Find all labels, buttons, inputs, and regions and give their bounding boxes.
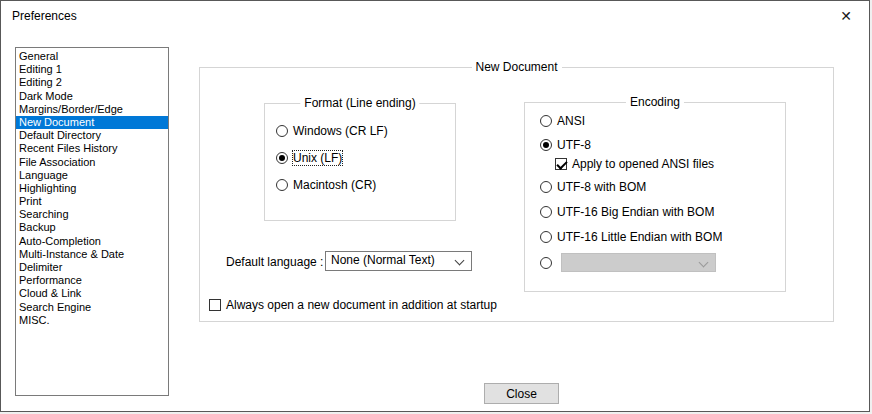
close-window-button[interactable]: ✕ — [823, 1, 869, 31]
radio-utf8-bom[interactable]: UTF-8 with BOM — [540, 180, 646, 194]
radio-utf8[interactable]: UTF-8 — [540, 138, 591, 152]
chevron-down-icon — [455, 256, 465, 266]
radio-icon[interactable] — [540, 115, 552, 127]
sidebar-item-default-directory[interactable]: Default Directory — [16, 129, 168, 142]
close-button[interactable]: Close — [484, 383, 559, 404]
radio-icon[interactable] — [540, 206, 552, 218]
close-icon: ✕ — [840, 9, 852, 23]
checkbox-icon[interactable] — [209, 299, 221, 311]
sidebar-item-margins-border-edge[interactable]: Margins/Border/Edge — [16, 103, 168, 116]
sidebar-item-delimiter[interactable]: Delimiter — [16, 261, 168, 274]
radio-unix-lf[interactable]: Unix (LF) — [276, 151, 342, 165]
preferences-dialog: Preferences ✕ GeneralEditing 1Editing 2D… — [0, 0, 870, 412]
radio-ansi-label: ANSI — [557, 114, 585, 128]
checkbox-icon[interactable] — [555, 158, 567, 170]
radio-icon[interactable] — [276, 125, 288, 137]
checkbox-always-open-new-document-label: Always open a new document in addition a… — [226, 298, 497, 312]
radio-macintosh-cr-label: Macintosh (CR) — [293, 178, 376, 192]
radio-custom-encoding[interactable] — [540, 253, 716, 272]
dialog-title: Preferences — [12, 9, 77, 23]
sidebar-item-performance[interactable]: Performance — [16, 274, 168, 287]
preferences-category-list: GeneralEditing 1Editing 2Dark ModeMargin… — [15, 47, 169, 396]
encoding-group: Encoding ANSI UTF-8 Apply to opened ANSI… — [524, 102, 786, 292]
sidebar-item-auto-completion[interactable]: Auto-Completion — [16, 235, 168, 248]
radio-icon[interactable] — [276, 152, 288, 164]
sidebar-item-new-document[interactable]: New Document — [16, 116, 168, 129]
sidebar-item-recent-files-history[interactable]: Recent Files History — [16, 142, 168, 155]
custom-encoding-combobox — [561, 253, 716, 272]
checkbox-apply-opened-ansi[interactable]: Apply to opened ANSI files — [555, 157, 714, 171]
radio-icon[interactable] — [276, 179, 288, 191]
default-language-label: Default language : — [226, 255, 323, 269]
chevron-down-icon — [699, 258, 709, 268]
sidebar-item-general[interactable]: General — [16, 50, 168, 63]
radio-macintosh-cr[interactable]: Macintosh (CR) — [276, 178, 376, 192]
default-language-combobox[interactable]: None (Normal Text) — [325, 251, 472, 271]
sidebar-item-search-engine[interactable]: Search Engine — [16, 301, 168, 314]
radio-icon[interactable] — [540, 181, 552, 193]
sidebar-item-editing-2[interactable]: Editing 2 — [16, 76, 168, 89]
radio-icon[interactable] — [540, 139, 552, 151]
sidebar-item-misc[interactable]: MISC. — [16, 314, 168, 327]
sidebar-item-multi-instance-date[interactable]: Multi-Instance & Date — [16, 248, 168, 261]
format-group-title: Format (Line ending) — [300, 96, 419, 110]
sidebar-item-cloud-link[interactable]: Cloud & Link — [16, 287, 168, 300]
sidebar-item-file-association[interactable]: File Association — [16, 156, 168, 169]
radio-utf16-be-bom[interactable]: UTF-16 Big Endian with BOM — [540, 205, 714, 219]
radio-utf8-bom-label: UTF-8 with BOM — [557, 180, 646, 194]
new-document-group-title: New Document — [471, 60, 561, 74]
radio-windows-crlf[interactable]: Windows (CR LF) — [276, 124, 388, 138]
default-language-combobox-value: None (Normal Text) — [331, 253, 435, 267]
radio-icon[interactable] — [540, 231, 552, 243]
sidebar-item-dark-mode[interactable]: Dark Mode — [16, 90, 168, 103]
radio-unix-lf-label: Unix (LF) — [293, 151, 342, 165]
radio-windows-crlf-label: Windows (CR LF) — [293, 124, 388, 138]
radio-utf16-le-bom[interactable]: UTF-16 Little Endian with BOM — [540, 230, 722, 244]
sidebar-item-language[interactable]: Language — [16, 169, 168, 182]
radio-icon[interactable] — [540, 257, 552, 269]
radio-ansi[interactable]: ANSI — [540, 114, 585, 128]
radio-utf16-le-bom-label: UTF-16 Little Endian with BOM — [557, 230, 722, 244]
title-bar: Preferences ✕ — [1, 1, 869, 31]
sidebar-item-highlighting[interactable]: Highlighting — [16, 182, 168, 195]
format-line-ending-group: Format (Line ending) Windows (CR LF) Uni… — [264, 103, 456, 221]
new-document-group: New Document Format (Line ending) Window… — [199, 67, 834, 322]
checkbox-always-open-new-document[interactable]: Always open a new document in addition a… — [209, 298, 497, 312]
radio-utf8-label: UTF-8 — [557, 138, 591, 152]
sidebar-item-searching[interactable]: Searching — [16, 208, 168, 221]
sidebar-item-print[interactable]: Print — [16, 195, 168, 208]
sidebar-item-editing-1[interactable]: Editing 1 — [16, 63, 168, 76]
sidebar-item-backup[interactable]: Backup — [16, 221, 168, 234]
radio-utf16-be-bom-label: UTF-16 Big Endian with BOM — [557, 205, 714, 219]
checkbox-apply-opened-ansi-label: Apply to opened ANSI files — [572, 157, 714, 171]
encoding-group-title: Encoding — [626, 95, 684, 109]
